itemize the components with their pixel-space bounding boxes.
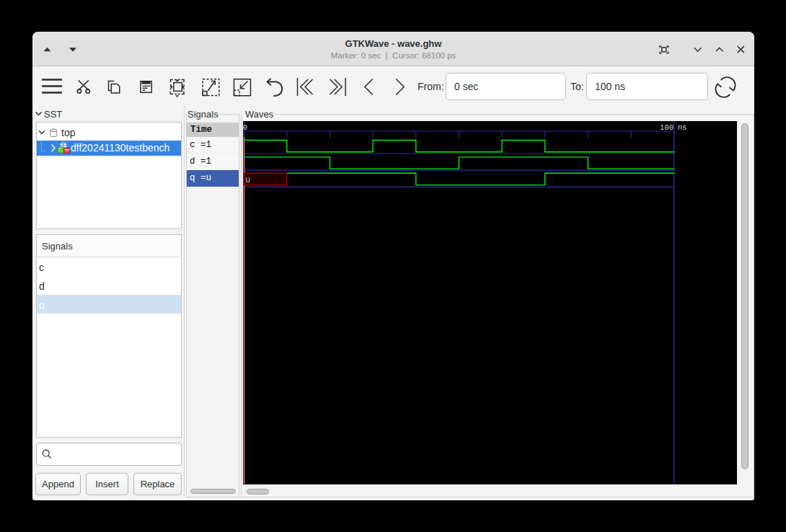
- svg-text:ns: ns: [678, 123, 687, 132]
- svg-text:U: U: [246, 176, 250, 185]
- svg-text:0: 0: [243, 123, 247, 132]
- svg-text:100: 100: [660, 123, 674, 132]
